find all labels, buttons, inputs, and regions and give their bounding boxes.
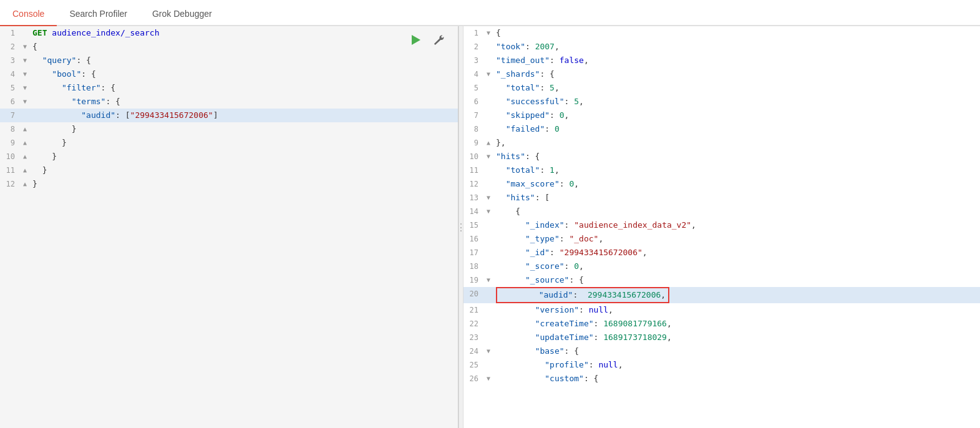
fold-icon[interactable]: ▼ — [483, 150, 493, 163]
line-number: 17 — [463, 246, 483, 260]
code-content: "hits": [ — [493, 191, 980, 205]
code-token — [496, 346, 535, 356]
line-number: 7 — [0, 109, 20, 122]
code-token: } — [62, 138, 67, 147]
code-token: : { — [101, 83, 115, 92]
fold-icon[interactable]: ▲ — [20, 122, 30, 136]
line-number: 9 — [463, 136, 483, 150]
code-line: 7 "audid": ["299433415672006"] — [0, 109, 458, 122]
highlight-box: "audid": 299433415672006, — [496, 287, 669, 303]
tab-grok-debugger[interactable]: Grok Debugger — [140, 2, 225, 26]
fold-icon[interactable]: ▼ — [20, 40, 30, 54]
fold-icon[interactable]: ▲ — [20, 136, 30, 150]
code-token: "299433415672006" — [130, 110, 213, 120]
code-token — [32, 124, 72, 134]
fold-icon[interactable]: ▲ — [20, 150, 30, 163]
code-content: "filter": { — [30, 81, 458, 95]
code-line: 8▲ } — [0, 122, 458, 136]
tab-console[interactable]: Console — [0, 2, 57, 26]
code-line: 24▼ "base": { — [463, 344, 980, 358]
code-token — [32, 152, 52, 161]
fold-icon[interactable]: ▼ — [20, 54, 30, 67]
code-token: "took" — [496, 42, 525, 51]
code-token: : — [540, 165, 550, 175]
code-token: : { — [76, 56, 90, 65]
tab-search-profiler[interactable]: Search Profiler — [57, 2, 140, 26]
fold-icon[interactable]: ▼ — [483, 67, 493, 81]
code-line: 22 "createTime": 1689081779166, — [463, 317, 980, 331]
fold-icon[interactable]: ▲ — [20, 177, 30, 191]
panel-resizer[interactable]: ⋮ — [458, 26, 463, 428]
code-line: 2▼{ — [0, 40, 458, 54]
line-number: 10 — [463, 150, 483, 163]
code-token: "bool" — [52, 69, 81, 79]
code-content: "timed_out": false, — [493, 54, 980, 67]
code-token: "custom" — [545, 374, 584, 383]
code-token: : — [573, 290, 587, 299]
code-line: 5 "total": 5, — [463, 81, 980, 95]
code-token — [32, 138, 62, 147]
code-token: ] — [213, 110, 218, 120]
fold-icon[interactable]: ▼ — [483, 191, 493, 205]
code-token: "audience_index_data_v2" — [574, 220, 691, 230]
fold-icon[interactable]: ▲ — [483, 136, 493, 150]
code-token: , — [555, 83, 560, 92]
code-token: : — [540, 83, 550, 92]
code-content: "_source": { — [493, 273, 980, 287]
fold-icon[interactable]: ▼ — [20, 95, 30, 109]
fold-icon[interactable]: ▼ — [483, 344, 493, 358]
line-number: 19 — [463, 273, 483, 287]
code-token: "updateTime" — [535, 333, 594, 342]
fold-icon[interactable]: ▼ — [483, 26, 493, 40]
code-token: : { — [584, 374, 598, 383]
code-token: 0 — [560, 110, 565, 120]
code-token: : { — [105, 97, 120, 106]
fold-icon[interactable]: ▼ — [483, 273, 493, 287]
code-content: "_id": "299433415672006", — [493, 246, 980, 260]
code-content: "_index": "audience_index_data_v2", — [493, 218, 980, 232]
code-content: "successful": 5, — [493, 95, 980, 109]
right-panel: 1▼{2"took": 2007,3"timed_out": false,4▼"… — [463, 26, 980, 428]
code-token — [496, 360, 545, 369]
code-line: 4▼"_shards": { — [463, 67, 980, 81]
code-token: , — [565, 110, 570, 120]
fold-icon[interactable]: ▲ — [20, 163, 30, 177]
line-number: 12 — [463, 177, 483, 191]
line-number: 4 — [463, 67, 483, 81]
fold-icon[interactable]: ▼ — [483, 205, 493, 218]
code-token: , — [667, 333, 672, 342]
code-token: "version" — [535, 305, 579, 314]
code-token — [32, 110, 81, 120]
code-token: 2007 — [535, 42, 555, 51]
fold-icon[interactable]: ▼ — [483, 372, 493, 386]
code-token: : { — [565, 346, 579, 356]
wrench-button[interactable] — [430, 31, 448, 49]
code-content: "bool": { — [30, 67, 458, 81]
fold-icon[interactable]: ▼ — [20, 81, 30, 95]
code-token — [496, 220, 525, 230]
code-token: : — [594, 319, 604, 328]
code-token — [496, 207, 515, 216]
code-token — [496, 305, 535, 314]
code-token: 5 — [574, 97, 579, 106]
code-line: 25 "profile": null, — [463, 358, 980, 372]
code-token: audience_index/_search — [52, 28, 159, 37]
code-token — [496, 333, 535, 342]
code-token: : — [579, 305, 589, 314]
code-token: : — [565, 97, 575, 106]
run-button[interactable] — [407, 31, 424, 49]
line-number: 7 — [463, 109, 483, 122]
code-token: "hits" — [496, 152, 525, 161]
fold-icon[interactable]: ▼ — [20, 67, 30, 81]
code-token: null — [589, 305, 608, 314]
code-line: 5▼ "filter": { — [0, 81, 458, 95]
code-line: 23 "updateTime": 1689173718029, — [463, 331, 980, 344]
line-number: 23 — [463, 331, 483, 344]
code-token: "filter" — [62, 83, 101, 92]
editor-code-area[interactable]: 1GET audience_index/_search2▼{3▼ "query"… — [0, 26, 458, 428]
code-token: "profile" — [545, 360, 588, 369]
code-token — [496, 275, 525, 285]
code-content: } — [30, 163, 458, 177]
code-token — [496, 110, 506, 120]
code-line: 26▼ "custom": { — [463, 372, 980, 386]
